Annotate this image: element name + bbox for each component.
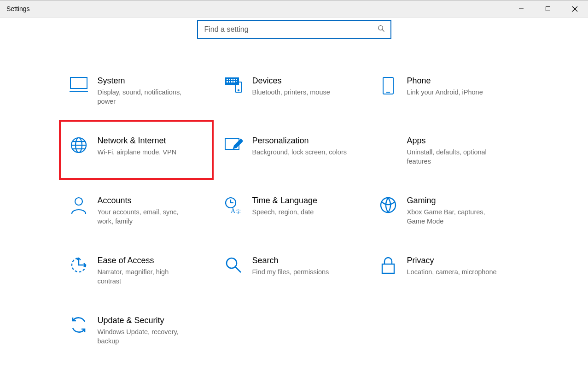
category-title: Ease of Access [98,255,204,266]
svg-rect-12 [233,79,235,80]
ease-of-access-icon [69,255,88,274]
svg-rect-17 [233,81,235,82]
category-desc: Location, camera, microphone [407,268,504,277]
minimize-icon [518,6,524,12]
category-desc: Wi-Fi, airplane mode, VPN [98,148,194,157]
minimize-button[interactable] [508,0,535,17]
accounts-icon [69,195,88,215]
search-icon [378,25,385,34]
globe-icon [69,135,88,154]
svg-line-5 [382,29,384,31]
svg-rect-6 [70,77,87,88]
svg-rect-11 [231,79,233,80]
category-title: Apps [407,135,513,146]
category-title: Phone [407,76,513,86]
category-desc: Link your Android, iPhone [407,88,504,97]
category-ease-of-access[interactable]: Ease of Access Narrator, magnifier, high… [59,240,214,300]
categories-grid: System Display, sound, notifications, po… [59,60,525,359]
svg-rect-28 [384,137,396,140]
category-accounts[interactable]: Accounts Your accounts, email, sync, wor… [59,180,214,240]
category-desc: Speech, region, date [252,208,349,217]
category-title: Privacy [407,255,513,266]
category-update-security[interactable]: Update & Security Windows Update, recove… [59,300,214,359]
svg-rect-1 [546,7,550,11]
close-button[interactable] [561,0,588,17]
svg-rect-30 [384,142,396,145]
window-controls [508,0,588,17]
category-desc: Background, lock screen, colors [252,148,349,157]
categories-scroll[interactable]: System Display, sound, notifications, po… [0,60,583,371]
category-title: Time & Language [252,195,358,206]
category-time-language[interactable]: A 字 Time & Language Speech, region, date [214,180,368,240]
svg-point-33 [75,198,82,205]
svg-rect-27 [379,137,382,140]
category-devices[interactable]: Devices Bluetooth, printers, mouse [214,60,368,120]
svg-rect-32 [384,147,396,150]
search-box[interactable] [197,20,391,39]
svg-point-4 [378,26,383,30]
update-icon [69,315,88,334]
category-system[interactable]: System Display, sound, notifications, po… [59,60,214,120]
search-input[interactable] [204,25,369,34]
category-title: Update & Security [98,315,204,326]
category-desc: Your accounts, email, sync, work, family [98,208,194,226]
svg-rect-42 [382,264,394,273]
category-search[interactable]: Search Find my files, permissions [214,240,368,300]
category-desc: Bluetooth, printers, mouse [252,88,349,97]
personalization-icon [224,135,243,152]
category-title: Gaming [407,195,513,206]
category-desc: Find my files, permissions [252,268,349,277]
svg-rect-15 [229,81,230,82]
maximize-icon [545,6,551,12]
category-personalization[interactable]: Personalization Background, lock screen,… [214,120,368,180]
close-icon [572,6,578,12]
svg-point-40 [227,258,237,268]
svg-rect-10 [229,79,230,80]
svg-rect-29 [379,142,382,145]
category-title: Devices [252,76,358,86]
svg-rect-21 [383,77,393,94]
category-desc: Narrator, magnifier, high contrast [98,268,194,286]
devices-icon [224,76,243,94]
svg-rect-13 [236,79,237,80]
category-phone[interactable]: Phone Link your Android, iPhone [368,60,523,120]
category-desc: Display, sound, notifications, power [98,88,194,106]
category-desc: Xbox Game Bar, captures, Game Mode [407,208,504,226]
titlebar: Settings [0,0,588,18]
phone-icon [378,76,398,95]
svg-point-20 [238,90,239,91]
apps-icon [378,135,398,152]
category-title: Search [252,255,358,266]
category-title: Accounts [98,195,204,206]
svg-line-41 [235,267,241,272]
svg-text:字: 字 [236,209,241,214]
svg-rect-16 [231,81,233,82]
category-network[interactable]: Network & Internet Wi-Fi, airplane mode,… [59,120,214,180]
category-gaming[interactable]: Gaming Xbox Game Bar, captures, Game Mod… [368,180,523,240]
category-title: Network & Internet [98,135,204,146]
category-desc: Windows Update, recovery, backup [98,328,194,346]
gaming-icon [378,195,398,214]
svg-rect-14 [227,81,228,82]
category-privacy[interactable]: Privacy Location, camera, microphone [368,240,523,300]
category-apps[interactable]: Apps Uninstall, defaults, optional featu… [368,120,523,180]
search-category-icon [224,255,243,274]
svg-rect-31 [379,147,382,150]
system-icon [69,76,88,92]
time-language-icon: A 字 [224,195,243,215]
lock-icon [378,255,398,275]
window-title: Settings [6,5,30,12]
svg-rect-9 [227,79,228,80]
svg-text:A: A [231,207,236,214]
category-title: System [98,76,204,86]
maximize-button[interactable] [535,0,561,17]
category-desc: Uninstall, defaults, optional features [407,148,504,166]
category-title: Personalization [252,135,358,146]
